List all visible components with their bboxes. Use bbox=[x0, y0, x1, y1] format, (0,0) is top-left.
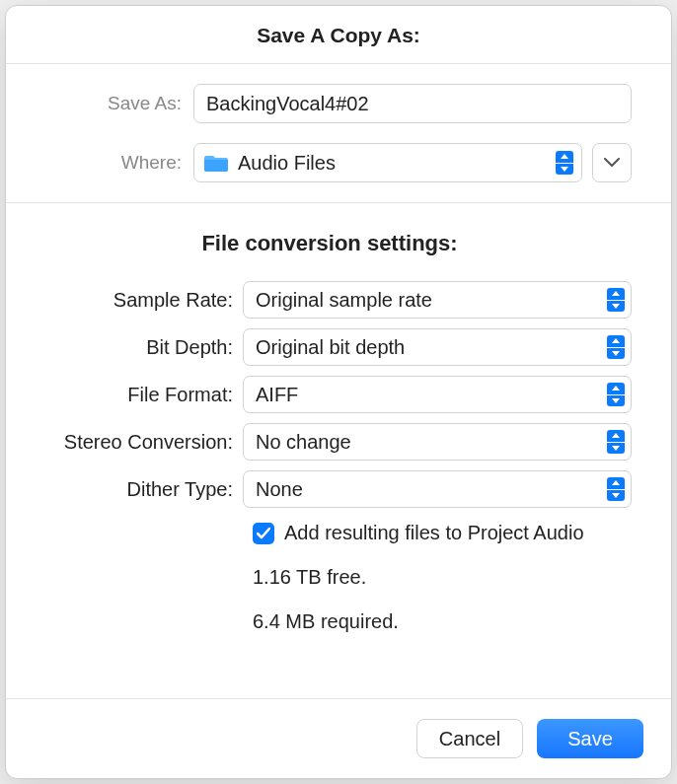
check-icon bbox=[257, 528, 270, 539]
sample-rate-label: Sample Rate: bbox=[28, 289, 243, 312]
file-format-label: File Format: bbox=[28, 384, 243, 406]
conversion-heading: File conversion settings: bbox=[28, 231, 632, 256]
file-format-value: AIFF bbox=[256, 384, 607, 406]
expand-button[interactable] bbox=[592, 143, 632, 182]
updown-icon bbox=[607, 383, 625, 406]
updown-icon bbox=[556, 151, 573, 175]
dither-type-value: None bbox=[256, 478, 607, 501]
save-button[interactable]: Save bbox=[537, 719, 643, 758]
dither-type-select[interactable]: None bbox=[243, 470, 632, 508]
dither-type-label: Dither Type: bbox=[28, 478, 243, 501]
dialog-title: Save A Copy As: bbox=[6, 6, 671, 63]
stereo-conversion-label: Stereo Conversion: bbox=[28, 431, 243, 454]
sample-rate-select[interactable]: Original sample rate bbox=[243, 281, 632, 319]
file-section: Save As: Where: Audio Files bbox=[6, 64, 671, 202]
folder-icon bbox=[204, 153, 228, 173]
updown-icon bbox=[607, 430, 625, 454]
bit-depth-value: Original bit depth bbox=[256, 336, 607, 359]
bit-depth-select[interactable]: Original bit depth bbox=[243, 328, 632, 366]
save-as-label: Save As: bbox=[45, 93, 193, 114]
updown-icon bbox=[607, 288, 625, 312]
conversion-section: File conversion settings: Sample Rate: O… bbox=[6, 203, 671, 661]
save-as-input[interactable] bbox=[193, 84, 632, 123]
required-space-text: 6.4 MB required. bbox=[253, 610, 632, 633]
add-to-project-checkbox[interactable] bbox=[253, 523, 274, 544]
where-label: Where: bbox=[45, 152, 193, 174]
save-copy-dialog: Save A Copy As: Save As: Where: Audio Fi… bbox=[5, 5, 672, 779]
updown-icon bbox=[607, 477, 625, 501]
bit-depth-label: Bit Depth: bbox=[28, 336, 243, 359]
where-value: Audio Files bbox=[238, 152, 546, 175]
where-select[interactable]: Audio Files bbox=[193, 143, 582, 182]
chevron-down-icon bbox=[604, 158, 620, 168]
file-format-select[interactable]: AIFF bbox=[243, 376, 632, 413]
add-to-project-label: Add resulting files to Project Audio bbox=[284, 522, 584, 544]
cancel-button[interactable]: Cancel bbox=[416, 719, 523, 758]
free-space-text: 1.16 TB free. bbox=[253, 566, 632, 589]
dialog-footer: Cancel Save bbox=[6, 698, 671, 778]
updown-icon bbox=[607, 335, 625, 359]
stereo-conversion-select[interactable]: No change bbox=[243, 423, 632, 461]
sample-rate-value: Original sample rate bbox=[256, 289, 607, 312]
stereo-conversion-value: No change bbox=[256, 431, 607, 454]
